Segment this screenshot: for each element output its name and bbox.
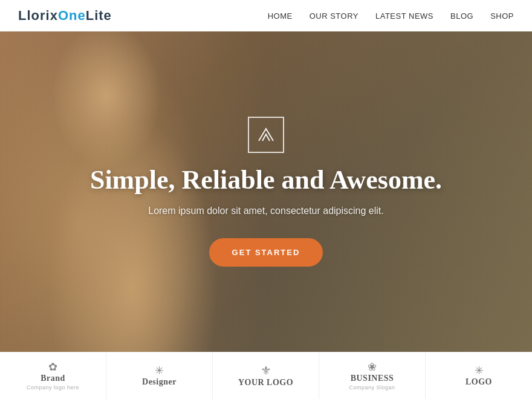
brand-icon-5: ✳ bbox=[475, 365, 484, 376]
hero-subtitle: Lorem ipsum dolor sit amet, consectetur … bbox=[148, 206, 384, 216]
brand-sub-4: Company Slogan bbox=[349, 384, 395, 391]
brand-sub-1: Company logo here bbox=[27, 384, 79, 391]
nav-blog[interactable]: BLOG bbox=[450, 11, 473, 21]
main-nav: HOME OUR STORY LATEST NEWS BLOG SHOP bbox=[268, 11, 514, 21]
brands-bar: ✿ Brand Company logo here ✳ Designer ⚜ Y… bbox=[0, 352, 532, 399]
brand-name-5: LOGO bbox=[465, 377, 492, 387]
nav-latest-news[interactable]: LATEST NEWS bbox=[375, 11, 433, 21]
brand-name-2: Designer bbox=[142, 377, 177, 387]
brand-item-3: ⚜ YOUR LOGO bbox=[213, 352, 319, 400]
nav-home[interactable]: HOME bbox=[268, 11, 293, 21]
brand-name-3: YOUR LOGO bbox=[238, 378, 293, 388]
nav-our-story[interactable]: OUR STORY bbox=[310, 11, 358, 21]
hero-content: Simple, Reliable and Awesome. Lorem ipsu… bbox=[0, 31, 532, 352]
brand-name-1: Brand bbox=[41, 374, 65, 383]
logo-part2: One bbox=[58, 8, 86, 23]
hero-title: Simple, Reliable and Awesome. bbox=[90, 165, 442, 196]
hero-brand-icon bbox=[248, 117, 284, 153]
hero-section: Simple, Reliable and Awesome. Lorem ipsu… bbox=[0, 31, 532, 352]
logo-part1: Llorix bbox=[18, 8, 58, 23]
logo-part3: Lite bbox=[86, 8, 112, 23]
brand-item-1: ✿ Brand Company logo here bbox=[0, 352, 106, 400]
get-started-button[interactable]: GET STARTED bbox=[209, 238, 323, 267]
site-header: LlorixOneLite HOME OUR STORY LATEST NEWS… bbox=[0, 0, 532, 31]
brand-icon-4: ❀ bbox=[368, 362, 377, 372]
site-logo: LlorixOneLite bbox=[18, 8, 112, 24]
nav-shop[interactable]: SHOP bbox=[490, 11, 514, 21]
brand-item-2: ✳ Designer bbox=[106, 352, 213, 400]
brand-item-5: ✳ LOGO bbox=[426, 352, 532, 400]
brand-item-4: ❀ BUSINESS Company Slogan bbox=[319, 352, 426, 400]
brand-name-4: BUSINESS bbox=[351, 374, 394, 383]
brand-icon-1: ✿ bbox=[48, 362, 57, 372]
hero-logo-icon bbox=[257, 126, 275, 144]
brand-icon-3: ⚜ bbox=[261, 365, 271, 377]
brand-icon-2: ✳ bbox=[155, 365, 164, 376]
